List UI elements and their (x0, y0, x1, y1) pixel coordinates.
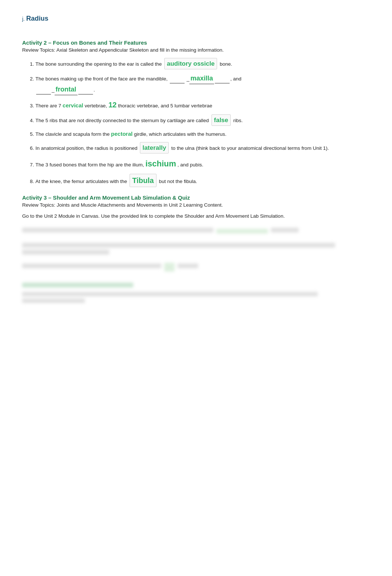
question-7: The 3 fused bones that form the hip are … (35, 157, 370, 170)
q3-answer1: cervical (63, 102, 83, 108)
q6-answer-text: laterally (142, 144, 166, 151)
q8-answer: Tibula (130, 174, 157, 187)
question-8: At the knee, the femur articulates with … (35, 174, 370, 187)
q3-answer2: 12 (109, 101, 117, 109)
q7-text-before: The 3 fused bones that form the hip are … (35, 162, 145, 168)
q3-text-before: There are 7 (35, 103, 63, 108)
q1-text-before: The bone surrounding the opening to the … (35, 61, 163, 67)
q2-answer2: frontal (55, 84, 78, 95)
q8-text-before: At the knee, the femur articulates with … (35, 179, 128, 184)
q6-answer: laterally (140, 142, 169, 154)
q1-text-after: bone. (220, 61, 232, 67)
q4-text-after: ribs. (233, 118, 243, 123)
q7-text-after: , and pubis. (178, 162, 203, 168)
activity2-title: Activity 2 – Focus on Bones and Their Fe… (22, 39, 370, 46)
q1-answer-text: auditory ossicle (167, 60, 214, 67)
blurred-section-2 (22, 243, 370, 255)
question-5: The clavicle and scapula form the pector… (35, 130, 370, 138)
q4-text-before: The 5 ribs that are not directly connect… (35, 118, 210, 123)
section-j: j. Radius (22, 15, 370, 23)
q4-answer-text: false (214, 117, 228, 124)
q2-answer1: maxilla (189, 73, 214, 84)
q1-answer: auditory ossicle (164, 58, 217, 69)
question-2: The bones making up the front of the fac… (35, 73, 370, 95)
q6-text-before: In anatomical position, the radius is po… (35, 145, 139, 151)
q5-text-after: girdle, which articulates with the humer… (134, 131, 227, 137)
q2-text-after: . (94, 87, 95, 93)
blurred-section-1 (22, 228, 370, 235)
q2-text-before: The bones making up the front of the fac… (35, 76, 241, 82)
activity3-title: Activity 3 – Shoulder and Arm Movement L… (22, 194, 370, 201)
activity2-review: Review Topics: Axial Skeleton and Append… (22, 47, 370, 53)
activity2-section: Activity 2 – Focus on Bones and Their Fe… (22, 39, 370, 187)
q6-text-after: to the ulna (think back to your anatomic… (171, 145, 329, 151)
q7-answer: ischium (145, 159, 176, 168)
q5-answer: pectoral (111, 131, 133, 137)
j-radius-title: Radius (26, 15, 48, 22)
blurred-activity4-section (22, 283, 370, 303)
activity3-review: Review Topics: Joints and Muscle Attachm… (22, 202, 370, 208)
question-4: The 5 ribs that are not directly connect… (35, 114, 370, 126)
q3-text-mid: vertebrae, (85, 103, 109, 108)
questions-list: The bone surrounding the opening to the … (22, 58, 370, 187)
question-1: The bone surrounding the opening to the … (35, 58, 370, 69)
j-label: j. (22, 16, 25, 22)
q8-text-after: but not the fibula. (159, 179, 197, 184)
q3-text-after: thoracic vertebrae, and 5 lumbar vertebr… (118, 103, 212, 108)
activity3-section: Activity 3 – Shoulder and Arm Movement L… (22, 194, 370, 220)
q8-answer-text: Tibula (132, 176, 154, 184)
q5-text-before: The clavicle and scapula form the (35, 131, 111, 137)
blurred-section-3 (22, 263, 370, 272)
q4-answer: false (212, 114, 231, 126)
question-6: In anatomical position, the radius is po… (35, 142, 370, 154)
activity3-body: Go to the Unit 2 Module in Canvas. Use t… (22, 212, 370, 220)
question-3: There are 7 cervical vertebrae, 12 thora… (35, 99, 370, 111)
